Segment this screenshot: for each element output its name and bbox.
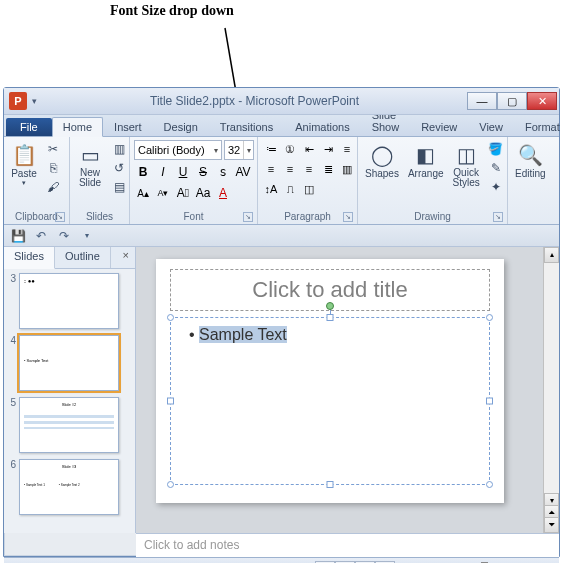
section-button[interactable]: ▤ — [109, 178, 129, 196]
notes-pane[interactable]: Click to add notes — [136, 533, 559, 557]
format-painter-button[interactable]: 🖌 — [43, 178, 63, 196]
thumb-number: 4 — [6, 335, 16, 346]
cut-button[interactable]: ✂ — [43, 140, 63, 158]
columns-button[interactable]: ▥ — [338, 160, 356, 178]
numbering-button[interactable]: ① — [281, 140, 299, 158]
group-slides: ▭ New Slide ▥ ↺ ▤ Slides — [70, 137, 130, 224]
thumbnail[interactable]: • Sample Text — [19, 335, 119, 391]
resize-handle-w[interactable] — [167, 398, 174, 405]
bullet-text[interactable]: • Sample Text — [189, 326, 287, 344]
paste-button[interactable]: 📋 Paste ▾ — [8, 140, 40, 189]
tab-insert[interactable]: Insert — [103, 117, 153, 136]
resize-handle-s[interactable] — [327, 481, 334, 488]
next-slide-button[interactable]: ⏷ — [544, 517, 559, 533]
spacing-button[interactable]: AV — [234, 163, 252, 181]
tab-design[interactable]: Design — [153, 117, 209, 136]
shape-outline-button[interactable]: ✎ — [486, 159, 506, 177]
resize-handle-se[interactable] — [486, 481, 493, 488]
font-size-dropdown-icon[interactable]: ▾ — [243, 141, 253, 159]
clipboard-launcher[interactable]: ↘ — [55, 212, 65, 222]
qat-more-icon[interactable]: ▾ — [77, 228, 97, 244]
shapes-button[interactable]: ◯Shapes — [362, 140, 402, 181]
align-left-button[interactable]: ≡ — [262, 160, 280, 178]
resize-handle-e[interactable] — [486, 398, 493, 405]
tab-view[interactable]: View — [468, 117, 514, 136]
shadow-button[interactable]: ꜱ — [214, 163, 232, 181]
scroll-track[interactable] — [544, 263, 559, 493]
panel-tab-outline[interactable]: Outline — [55, 247, 111, 268]
tab-format[interactable]: Format — [514, 117, 565, 136]
clear-format-button[interactable]: A⃠ — [174, 184, 192, 202]
thumb-number: 6 — [6, 459, 16, 470]
tab-animations[interactable]: Animations — [284, 117, 360, 136]
change-case-button[interactable]: Aa — [194, 184, 212, 202]
smartart-button[interactable]: ◫ — [300, 180, 318, 198]
shape-fill-button[interactable]: 🪣 — [486, 140, 506, 158]
align-center-button[interactable]: ≡ — [281, 160, 299, 178]
shapes-icon: ◯ — [369, 142, 395, 168]
tab-transitions[interactable]: Transitions — [209, 117, 284, 136]
slide-edit-area[interactable]: Click to add title • Sample Text ▴ — [136, 247, 559, 533]
group-slides-label: Slides — [74, 210, 125, 224]
copy-button[interactable]: ⎘ — [43, 159, 63, 177]
thumbnail-row[interactable]: 4 • Sample Text — [6, 335, 133, 391]
thumbnail[interactable]: Slide #2 — [19, 397, 119, 453]
thumbnail[interactable]: Slide #3• Sample Text 1• Sample Text 2 — [19, 459, 119, 515]
indent-dec-button[interactable]: ⇤ — [300, 140, 318, 158]
save-button[interactable]: 💾 — [8, 228, 28, 244]
thumbnails-list[interactable]: 3 : ●● 4 • Sample Text 5 Slide #2 6 Slid… — [4, 269, 135, 533]
indent-inc-button[interactable]: ⇥ — [319, 140, 337, 158]
layout-button[interactable]: ▥ — [109, 140, 129, 158]
group-clipboard-label: Clipboard↘ — [8, 210, 65, 224]
font-name-dropdown-icon[interactable]: ▾ — [214, 146, 218, 155]
vertical-scrollbar[interactable]: ▴ ▾ ⏶ ⏷ — [543, 247, 559, 533]
scroll-up-button[interactable]: ▴ — [544, 247, 559, 263]
thumbnail-row[interactable]: 3 : ●● — [6, 273, 133, 329]
bullets-button[interactable]: ≔ — [262, 140, 280, 158]
resize-handle-ne[interactable] — [486, 314, 493, 321]
strike-button[interactable]: S — [194, 163, 212, 181]
arrange-button[interactable]: ◧Arrange — [405, 140, 447, 181]
justify-button[interactable]: ≣ — [319, 160, 337, 178]
underline-button[interactable]: U — [174, 163, 192, 181]
tab-review[interactable]: Review — [410, 117, 468, 136]
text-direction-button[interactable]: ↕A — [262, 180, 280, 198]
drawing-launcher[interactable]: ↘ — [493, 212, 503, 222]
rotation-handle[interactable] — [326, 302, 334, 310]
panel-tab-slides[interactable]: Slides — [4, 247, 55, 269]
align-text-button[interactable]: ⎍ — [281, 180, 299, 198]
panel-close-icon[interactable]: × — [117, 247, 135, 268]
thumbnail-row[interactable]: 6 Slide #3• Sample Text 1• Sample Text 2 — [6, 459, 133, 515]
font-color-button[interactable]: A — [214, 184, 232, 202]
font-size-combo[interactable]: 32 ▾ — [224, 140, 254, 160]
font-name-combo[interactable]: Calibri (Body) ▾ — [134, 140, 222, 160]
resize-handle-n[interactable] — [327, 314, 334, 321]
close-button[interactable]: ✕ — [527, 92, 557, 110]
shape-effects-button[interactable]: ✦ — [486, 178, 506, 196]
font-launcher[interactable]: ↘ — [243, 212, 253, 222]
editing-button[interactable]: 🔍Editing — [512, 140, 549, 181]
new-slide-button[interactable]: ▭ New Slide — [74, 140, 106, 190]
grow-font-button[interactable]: A▴ — [134, 184, 152, 202]
align-right-button[interactable]: ≡ — [300, 160, 318, 178]
resize-handle-sw[interactable] — [167, 481, 174, 488]
maximize-button[interactable]: ▢ — [497, 92, 527, 110]
redo-button[interactable]: ↷ — [54, 228, 74, 244]
quick-styles-button[interactable]: ◫Quick Styles — [450, 140, 483, 190]
thumbnail[interactable]: : ●● — [19, 273, 119, 329]
thumbnail-row[interactable]: 5 Slide #2 — [6, 397, 133, 453]
reset-button[interactable]: ↺ — [109, 159, 129, 177]
content-placeholder[interactable]: • Sample Text — [170, 317, 490, 485]
bold-button[interactable]: B — [134, 163, 152, 181]
line-spacing-button[interactable]: ≡ — [338, 140, 356, 158]
tab-file[interactable]: File — [6, 118, 52, 136]
slide-canvas[interactable]: Click to add title • Sample Text — [156, 259, 504, 503]
qat-dropdown-icon[interactable]: ▾ — [32, 96, 42, 106]
resize-handle-nw[interactable] — [167, 314, 174, 321]
shrink-font-button[interactable]: A▾ — [154, 184, 172, 202]
tab-home[interactable]: Home — [52, 117, 103, 137]
italic-button[interactable]: I — [154, 163, 172, 181]
undo-button[interactable]: ↶ — [31, 228, 51, 244]
paragraph-launcher[interactable]: ↘ — [343, 212, 353, 222]
minimize-button[interactable]: — — [467, 92, 497, 110]
